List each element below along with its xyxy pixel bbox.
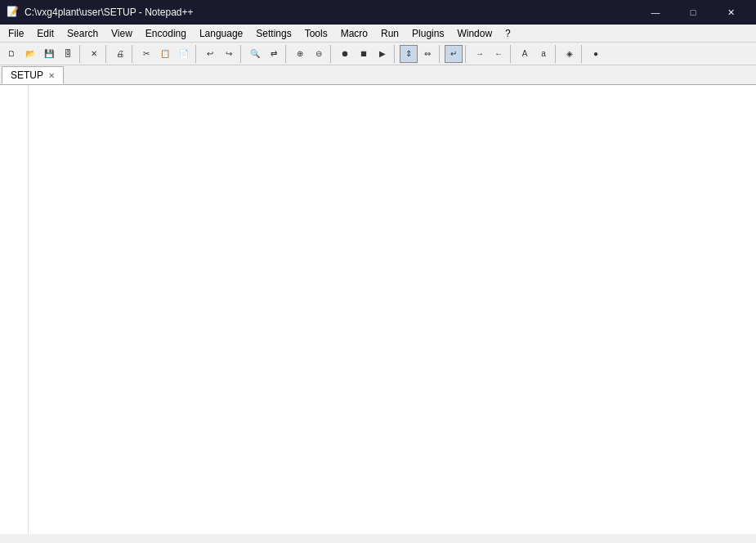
toolbar-sep-1 xyxy=(79,45,83,63)
line-numbers xyxy=(0,85,29,534)
menu-bar: File Edit Search View Encoding Language … xyxy=(0,25,756,43)
menu-macro[interactable]: Macro xyxy=(334,25,374,43)
toolbar-sep-11 xyxy=(510,45,513,63)
new-button[interactable]: 🗋 xyxy=(2,45,20,63)
minimize-button[interactable]: — xyxy=(637,0,674,25)
macro-stop-button[interactable]: ⏹ xyxy=(355,45,373,63)
tab-label: SETUP xyxy=(11,70,43,81)
menu-encoding[interactable]: Encoding xyxy=(139,25,193,43)
indent-button[interactable]: → xyxy=(471,45,489,63)
restore-button[interactable]: □ xyxy=(674,0,712,25)
redo-button[interactable]: ↪ xyxy=(220,45,238,63)
find-button[interactable]: 🔍 xyxy=(246,45,264,63)
open-button[interactable]: 📂 xyxy=(21,45,39,63)
zoom-out-button[interactable]: ⊖ xyxy=(310,45,328,63)
outdent-button[interactable]: ← xyxy=(490,45,508,63)
menu-settings[interactable]: Settings xyxy=(249,25,297,43)
toolbar-sep-7 xyxy=(330,45,333,63)
toolbar-sep-2 xyxy=(105,45,109,63)
save-all-button[interactable]: 🗄 xyxy=(59,45,77,63)
paste-button[interactable]: 📄 xyxy=(175,45,193,63)
record-button-2[interactable]: ● xyxy=(587,45,605,63)
window-title: C:\vxg4plant\user\SETUP - Notepad++ xyxy=(25,7,637,18)
toolbar-sep-4 xyxy=(195,45,199,63)
macro-record-button[interactable]: ⏺ xyxy=(336,45,354,63)
menu-search[interactable]: Search xyxy=(60,25,105,43)
editor xyxy=(0,85,756,534)
toolbar-sep-9 xyxy=(439,45,442,63)
print-button[interactable]: 🖨 xyxy=(111,45,129,63)
uppercase-button[interactable]: A xyxy=(516,45,534,63)
menu-help[interactable]: ? xyxy=(499,25,517,43)
toolbar-sep-12 xyxy=(555,45,558,63)
find-replace-button[interactable]: ⇄ xyxy=(265,45,283,63)
save-button[interactable]: 💾 xyxy=(40,45,58,63)
toolbar: 🗋 📂 💾 🗄 ✕ 🖨 ✂ 📋 📄 ↩ ↪ 🔍 ⇄ ⊕ ⊖ ⏺ ⏹ ▶ ⇕ ⇔ … xyxy=(0,43,756,65)
menu-language[interactable]: Language xyxy=(193,25,249,43)
toolbar-sep-8 xyxy=(394,45,397,63)
menu-view[interactable]: View xyxy=(105,25,139,43)
code-area[interactable] xyxy=(29,85,756,534)
tab-close-button[interactable]: ✕ xyxy=(48,71,55,80)
menu-edit[interactable]: Edit xyxy=(30,25,60,43)
zoom-in-button[interactable]: ⊕ xyxy=(291,45,309,63)
sync-v-button[interactable]: ⇕ xyxy=(400,45,418,63)
close-button[interactable]: ✕ xyxy=(712,0,749,25)
menu-run[interactable]: Run xyxy=(374,25,405,43)
macro-play-button[interactable]: ▶ xyxy=(374,45,391,63)
undo-button[interactable]: ↩ xyxy=(201,45,219,63)
close-button-tb[interactable]: ✕ xyxy=(85,45,103,63)
highlight-button[interactable]: ◈ xyxy=(561,45,579,63)
window-controls[interactable]: — □ ✕ xyxy=(637,0,749,25)
wrap-button[interactable]: ↵ xyxy=(445,45,463,63)
copy-button[interactable]: 📋 xyxy=(156,45,174,63)
tab-setup[interactable]: SETUP ✕ xyxy=(2,66,64,84)
toolbar-sep-13 xyxy=(581,45,584,63)
cut-button[interactable]: ✂ xyxy=(137,45,155,63)
toolbar-sep-6 xyxy=(285,45,289,63)
tab-bar: SETUP ✕ xyxy=(0,65,756,85)
sync-h-button[interactable]: ⇔ xyxy=(418,45,436,63)
menu-file[interactable]: File xyxy=(2,25,30,43)
toolbar-sep-3 xyxy=(132,45,135,63)
toolbar-sep-10 xyxy=(465,45,468,63)
app-icon: 📝 xyxy=(7,6,20,19)
toolbar-sep-5 xyxy=(240,45,244,63)
menu-window[interactable]: Window xyxy=(450,25,499,43)
menu-tools[interactable]: Tools xyxy=(298,25,334,43)
menu-plugins[interactable]: Plugins xyxy=(405,25,450,43)
title-bar: 📝 C:\vxg4plant\user\SETUP - Notepad++ — … xyxy=(0,0,756,25)
lowercase-button[interactable]: a xyxy=(535,45,552,63)
